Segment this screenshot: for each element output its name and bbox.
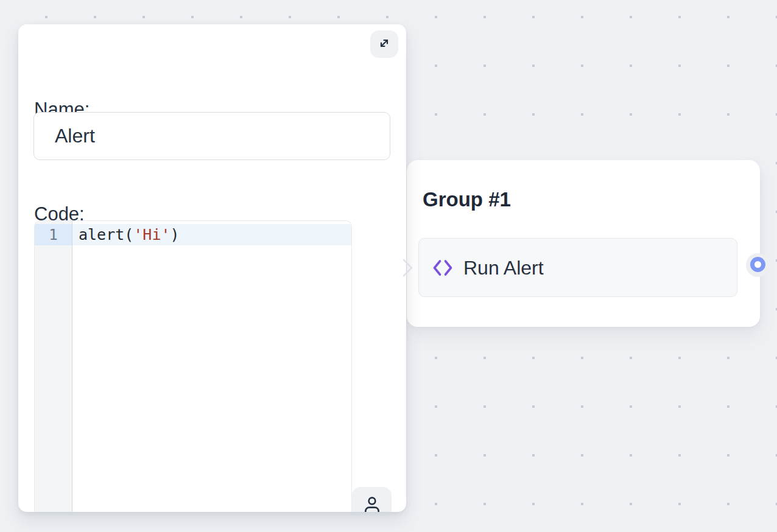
output-handle[interactable] xyxy=(750,257,765,272)
editor-gutter xyxy=(35,221,72,512)
run-alert-node-label: Run Alert xyxy=(463,258,544,278)
run-alert-node[interactable]: Run Alert xyxy=(418,238,737,297)
code-token-string: 'Hi' xyxy=(133,226,170,243)
code-token: ) xyxy=(171,226,180,243)
user-button[interactable] xyxy=(352,487,392,512)
expand-button[interactable] xyxy=(370,30,398,58)
person-icon xyxy=(362,495,382,512)
code-line[interactable]: 1 alert('Hi') xyxy=(35,224,351,245)
line-number: 1 xyxy=(35,224,72,245)
code-brackets-icon xyxy=(432,259,453,276)
code-editor[interactable]: 1 alert('Hi') xyxy=(34,220,352,512)
code-line-content[interactable]: alert('Hi') xyxy=(72,224,351,245)
group-title: Group #1 xyxy=(423,187,511,212)
node-editor-panel: Name: Code: 1 alert('Hi') xyxy=(18,24,406,512)
code-token: alert( xyxy=(79,226,133,243)
name-input[interactable] xyxy=(33,112,390,160)
expand-diagonal-icon xyxy=(377,36,392,52)
group-node-card[interactable]: Group #1 Run Alert xyxy=(407,160,760,327)
input-connector-chevron-icon xyxy=(401,257,415,279)
flow-canvas[interactable]: Group #1 Run Alert Name: Code: xyxy=(0,0,777,532)
